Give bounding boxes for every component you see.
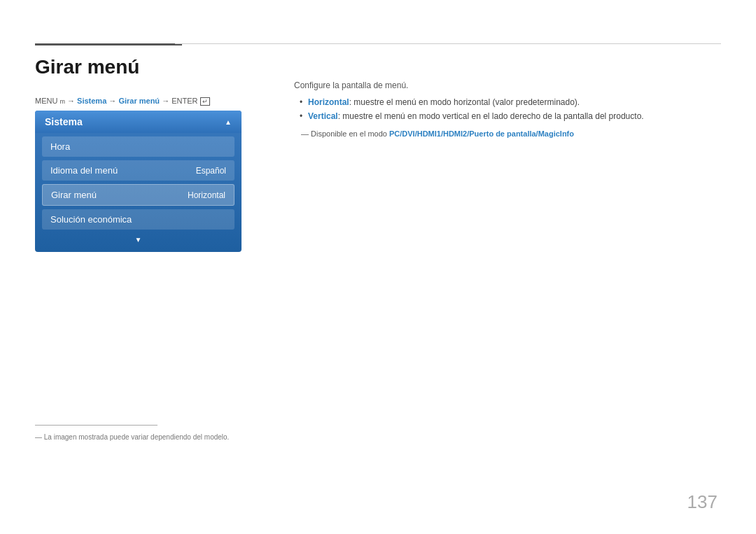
breadcrumb-menu: MENU m → xyxy=(35,97,75,105)
right-content: Configure la pantalla de menú. Horizonta… xyxy=(294,80,714,138)
breadcrumb-enter: ENTER ↵ xyxy=(172,97,209,105)
top-rule-left xyxy=(35,43,182,45)
breadcrumb-girar: Girar menú → xyxy=(118,97,169,105)
top-rule-right xyxy=(175,43,721,44)
page-number: 137 xyxy=(687,491,718,513)
availability-note: ― Disponible en el modo PC/DVI/HDMI1/HDM… xyxy=(294,129,714,138)
menu-item-hora-label: Hora xyxy=(50,141,70,152)
breadcrumb-sistema: Sistema → xyxy=(77,97,116,105)
bullet-horizontal: Horizontal: muestre el menú en modo hori… xyxy=(301,97,714,107)
arrow-down-icon: ▼ xyxy=(35,233,241,246)
intro-text: Configure la pantalla de menú. xyxy=(294,80,714,90)
bullet-vertical-bold: Vertical xyxy=(308,111,338,121)
breadcrumb: MENU m → Sistema → Girar menú → ENTER ↵ xyxy=(35,97,210,105)
arrow-up-icon: ▲ xyxy=(225,118,232,126)
bullet-vertical: Vertical: muestre el menú en modo vertic… xyxy=(301,111,714,121)
bullet-horizontal-rest: : muestre el menú en modo horizontal (va… xyxy=(349,97,580,107)
bullet-vertical-rest: : muestre el menú en modo vertical en el… xyxy=(338,111,644,121)
menu-item-idioma-label: Idioma del menú xyxy=(50,165,118,176)
menu-item-solucion[interactable]: Solución económica xyxy=(42,209,234,230)
menu-item-girar-label: Girar menú xyxy=(51,190,97,200)
footnote-text: ― La imagen mostrada puede variar depend… xyxy=(35,433,229,441)
menu-item-girar-value: Horizontal xyxy=(188,190,225,200)
menu-item-solucion-label: Solución económica xyxy=(50,214,132,225)
menu-panel-title: Sistema xyxy=(45,116,83,127)
menu-item-girar[interactable]: Girar menú Horizontal xyxy=(42,184,234,206)
menu-item-idioma-value: Español xyxy=(196,166,226,176)
menu-panel-header: Sistema ▲ xyxy=(35,111,241,133)
menu-panel: Sistema ▲ Hora Idioma del menú Español G… xyxy=(35,111,241,252)
bullet-horizontal-bold: Horizontal xyxy=(308,97,349,107)
page-title: Girar menú xyxy=(35,56,139,78)
footnote-rule xyxy=(35,425,158,426)
availability-prefix: ― Disponible en el modo xyxy=(301,129,389,138)
menu-item-hora[interactable]: Hora xyxy=(42,136,234,157)
menu-item-idioma[interactable]: Idioma del menú Español xyxy=(42,160,234,181)
availability-modes: PC/DVI/HDMI1/HDMI2/Puerto de pantalla/Ma… xyxy=(389,129,574,138)
feature-list: Horizontal: muestre el menú en modo hori… xyxy=(294,97,714,121)
